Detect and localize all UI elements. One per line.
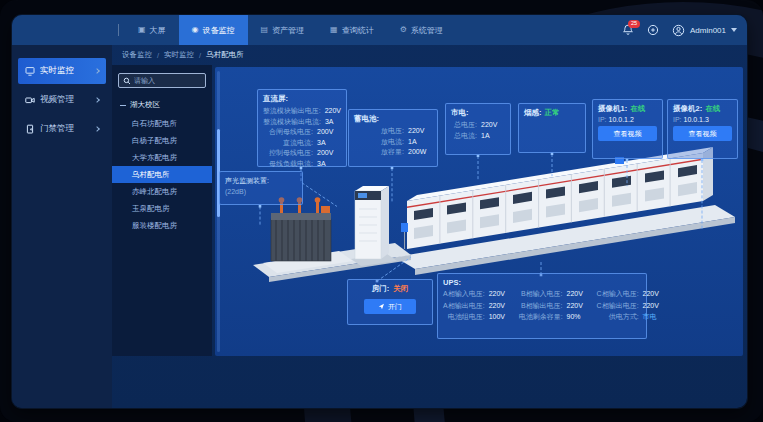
sidebar-item-video-management[interactable]: 视频管理	[18, 87, 106, 113]
status-badge: 在线	[630, 104, 645, 114]
sidebar-item-label: 门禁管理	[40, 123, 74, 135]
field-value: 100V	[489, 312, 509, 323]
breadcrumb-item-current: 乌村配电所	[206, 50, 244, 60]
tab-system-management[interactable]: ⚙ 系统管理	[387, 15, 456, 45]
field-value: (22dB)	[225, 188, 297, 195]
tree-item[interactable]: 白杨子配电房	[118, 132, 206, 149]
field-value: 220V	[325, 106, 341, 117]
field-label: B相输入电压:	[519, 289, 563, 300]
field-label: 整流模块输出电流:	[263, 117, 321, 128]
breadcrumb: 设备监控 / 实时监控 / 乌村配电所	[112, 45, 747, 65]
field-value: 220V	[481, 120, 505, 131]
stats-icon: ▦	[330, 26, 338, 34]
field-value: 200V	[317, 127, 341, 138]
ups-panel: UPS: A相输入电压:220V B相输入电压:220V C相输入电压:220V…	[437, 273, 647, 339]
collapse-minus-icon	[120, 105, 126, 106]
ip-value: 10.0.1.3	[684, 116, 709, 123]
tab-label: 设备监控	[203, 25, 235, 36]
status-badge: 关闭	[393, 284, 408, 294]
fullscreen-icon[interactable]	[647, 24, 659, 36]
chevron-right-icon	[94, 126, 100, 132]
field-value: 3A	[317, 159, 341, 170]
field-label: 总电压:	[451, 120, 477, 131]
field-label: 电池剩余容量:	[519, 312, 563, 323]
sidebar: 实时监控 视频管理 门禁管理	[12, 45, 112, 408]
field-value: 220V	[567, 301, 587, 312]
button-label: 开门	[388, 302, 402, 312]
gear-icon: ⚙	[400, 26, 407, 34]
field-value: 220V	[567, 289, 587, 300]
chevron-down-icon	[731, 28, 737, 32]
open-door-icon	[378, 303, 385, 310]
tree-item[interactable]: 玉泉配电房	[118, 200, 206, 217]
app-window: ▣ 大屏 ◉ 设备监控 ▤ 资产管理 ▦ 查询统计 ⚙ 系统管理	[12, 15, 747, 408]
field-label: 母线负载电流:	[263, 159, 313, 170]
breadcrumb-separator: /	[157, 51, 159, 60]
sidebar-item-access-control[interactable]: 门禁管理	[18, 116, 106, 142]
tree-item[interactable]: 大学东配电房	[118, 149, 206, 166]
field-label: A相输入电压:	[443, 289, 485, 300]
field-label: 供电方式:	[597, 312, 639, 323]
room-monitor-canvas: 直流屏: 整流模块输出电压:220V 整流模块输出电流:3A 合闸母线电压:20…	[215, 67, 743, 356]
sound-light-monitor-panel: 声光监测装置: (22dB)	[219, 171, 303, 205]
field-value: 220V	[489, 289, 509, 300]
camera1-panel: 摄像机1: 在线 IP: 10.0.1.2 查看视频	[592, 99, 663, 159]
panel-title: 声光监测装置:	[225, 176, 297, 186]
door-icon	[25, 124, 35, 134]
sidebar-item-label: 实时监控	[40, 65, 74, 77]
field-label: C相输出电压:	[597, 301, 639, 312]
panel-title: 烟感:	[524, 108, 542, 118]
monitor-icon	[25, 66, 35, 76]
tree-item[interactable]: 服装楼配电房	[118, 217, 206, 234]
field-label: 放电压:	[354, 126, 404, 137]
tab-query-stats[interactable]: ▦ 查询统计	[317, 15, 387, 45]
door-panel: 房门: 关闭 开门	[347, 279, 433, 325]
mains-power-panel: 市电: 总电压:220V 总电流:1A	[445, 103, 511, 155]
sidebar-item-label: 视频管理	[40, 94, 74, 106]
field-value: 220V	[408, 126, 432, 137]
panel-title: 摄像机1:	[598, 104, 627, 114]
breadcrumb-item[interactable]: 设备监控	[122, 50, 152, 60]
breadcrumb-item[interactable]: 实时监控	[164, 50, 194, 60]
top-nav: ▣ 大屏 ◉ 设备监控 ▤ 资产管理 ▦ 查询统计 ⚙ 系统管理	[12, 15, 747, 45]
search-input[interactable]	[134, 77, 201, 84]
panel-title: 房门:	[372, 284, 390, 294]
tree-item[interactable]: 赤峰北配电房	[118, 183, 206, 200]
panel-title: 摄像机2:	[673, 104, 702, 114]
tree-item-selected[interactable]: 乌村配电所	[112, 166, 212, 183]
open-door-button[interactable]: 开门	[364, 299, 416, 314]
ip-value: 10.0.1.2	[609, 116, 634, 123]
field-label: C相输入电压:	[597, 289, 639, 300]
tab-asset-management[interactable]: ▤ 资产管理	[248, 15, 318, 45]
chevron-right-icon	[94, 68, 100, 74]
sidebar-item-realtime-monitor[interactable]: 实时监控	[18, 58, 106, 84]
breadcrumb-separator: /	[199, 51, 201, 60]
field-value: 市电	[643, 312, 663, 323]
field-label: 整流模块输出电压:	[263, 106, 321, 117]
panel-title: 直流屏:	[263, 94, 341, 104]
tree-root-node[interactable]: 湖大校区	[120, 100, 204, 110]
field-value: 3A	[317, 138, 341, 149]
field-value: 220V	[643, 301, 663, 312]
screen-icon: ▣	[138, 26, 146, 34]
view-video-button[interactable]: 查看视频	[673, 126, 732, 141]
field-value: 220V	[489, 301, 509, 312]
panel-title: UPS:	[443, 278, 641, 287]
tree-root-label: 湖大校区	[130, 100, 160, 110]
tree-search[interactable]	[118, 73, 206, 88]
notification-badge: 25	[628, 20, 640, 28]
tab-dashboard[interactable]: ▣ 大屏	[125, 15, 179, 45]
dc-screen-panel: 直流屏: 整流模块输出电压:220V 整流模块输出电流:3A 合闸母线电压:20…	[257, 89, 347, 167]
station-tree-panel: 湖大校区 白石坊配电所 白杨子配电房 大学东配电房 乌村配电所 赤峰北配电房 玉…	[112, 65, 212, 356]
tab-label: 资产管理	[272, 25, 304, 36]
user-menu[interactable]: Admin001	[672, 24, 737, 37]
tree-item[interactable]: 白石坊配电所	[118, 115, 206, 132]
field-label: 放容量:	[354, 147, 404, 158]
field-label: 合闸母线电压:	[263, 127, 313, 138]
view-video-button[interactable]: 查看视频	[598, 126, 657, 141]
camera2-panel: 摄像机2: 在线 IP: 10.0.1.3 查看视频	[667, 99, 738, 159]
tab-device-monitor[interactable]: ◉ 设备监控	[179, 15, 248, 45]
field-label: A相输出电压:	[443, 301, 485, 312]
notifications-button[interactable]: 25	[622, 24, 634, 36]
field-value: 200V	[317, 148, 341, 159]
